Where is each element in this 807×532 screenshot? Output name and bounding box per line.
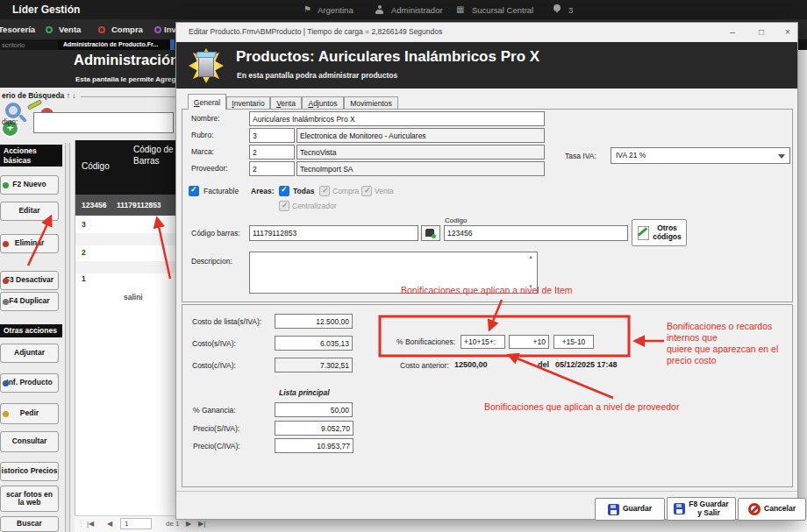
tab-adjuntos[interactable]: Adjuntos: [302, 96, 344, 110]
green-dot-icon: [46, 26, 53, 33]
grid-selected-row[interactable]: 123456 11179112853: [75, 195, 175, 216]
app-brand: Líder Gestión: [12, 4, 80, 16]
menu-venta[interactable]: Venta: [59, 25, 81, 34]
pedir-button[interactable]: Pedir: [0, 403, 59, 424]
costo-civa-input[interactable]: [275, 358, 353, 372]
pager-next-icon[interactable]: ▶: [186, 520, 191, 528]
maximize-icon[interactable]: □: [753, 25, 769, 39]
f3-desactivar-button[interactable]: F3 Desactivar: [0, 271, 59, 290]
pager-prev-icon[interactable]: ◀: [107, 520, 112, 528]
user-icon: [375, 5, 383, 14]
dialog-title: Editar Producto.FrmABMProducto | Tiempo …: [189, 27, 442, 36]
codigo-input[interactable]: [444, 225, 628, 241]
rubro-code-input[interactable]: [249, 128, 295, 143]
area-venta-checkbox: [361, 186, 372, 196]
bonif-3-input[interactable]: [553, 335, 594, 349]
building-icon: ▦: [456, 4, 464, 14]
group-line: [81, 96, 175, 97]
scroll-up-icon[interactable]: ▲: [528, 254, 533, 259]
product-grid[interactable]: Código Código de Barras 123456 111791128…: [75, 140, 175, 532]
tab-escritorio[interactable]: scritorio: [2, 41, 25, 49]
costo-siva-input[interactable]: [275, 336, 353, 351]
minimize-icon[interactable]: –: [725, 25, 740, 39]
tab-general[interactable]: General: [188, 94, 226, 110]
codigo-barras-label: Código barras:: [191, 229, 240, 238]
codigo-search-label: digo:: [2, 117, 18, 126]
search-group-label: erio de Búsqueda ↑ ↓: [2, 91, 76, 100]
tab-inventario[interactable]: Inventario: [226, 96, 270, 110]
grip-icon[interactable]: ⋮: [77, 520, 84, 528]
menu-inventario[interactable]: Inv: [164, 25, 176, 34]
topbar-branch[interactable]: Sucursal Central: [472, 5, 533, 15]
area-todas-checkbox[interactable]: [279, 186, 289, 196]
costo-siva-label: Costo(s/IVA):: [192, 339, 236, 348]
facturable-checkbox[interactable]: [189, 186, 199, 196]
topbar-user[interactable]: Administrador: [391, 5, 443, 15]
descripcion-textarea[interactable]: [249, 252, 538, 294]
menu-compra[interactable]: Compra: [111, 25, 143, 34]
centralizador-checkbox: [279, 201, 289, 211]
pager-first-icon[interactable]: |◀: [87, 520, 94, 528]
precio-siva-label: Precio(S/IVA):: [193, 424, 239, 433]
info-icon: [3, 380, 9, 387]
col-codigo[interactable]: Código: [82, 161, 110, 171]
costo-anterior-value: 12500,00: [454, 360, 488, 369]
tab-administracion-producto[interactable]: Administración de Producto.Fr...: [58, 39, 170, 50]
col-codigo-barras[interactable]: Código de Barras: [133, 144, 174, 167]
duplicate-icon: [3, 299, 9, 305]
grid-row[interactable]: 2: [82, 248, 86, 257]
menu-tesoreria[interactable]: Tesorería: [0, 25, 35, 34]
topbar-country[interactable]: Argentina: [318, 5, 354, 15]
consultar-button[interactable]: Consultar: [0, 431, 59, 452]
guardar-salir-button[interactable]: F8 Guardar y Salir: [667, 497, 736, 521]
close-icon[interactable]: ×: [780, 25, 796, 39]
dialog-titlebar[interactable]: Editar Producto.FrmABMProducto | Tiempo …: [176, 23, 797, 42]
marca-label: Marca:: [191, 147, 214, 156]
buscar-button[interactable]: Buscar: [0, 516, 59, 532]
guardar-button[interactable]: Guardar: [595, 498, 665, 521]
bonif-2-input[interactable]: [509, 335, 549, 349]
adjuntar-button[interactable]: Adjuntar: [0, 344, 59, 363]
dialog-header-title: Productos: Auriculares Inalámbricos Pro …: [236, 48, 539, 66]
f2-nuevo-button[interactable]: F2 Nuevo: [0, 175, 59, 195]
precio-civa-input[interactable]: [275, 438, 354, 453]
tab-movimientos[interactable]: Movimientos: [344, 96, 398, 110]
barcode-scanner-button[interactable]: [421, 225, 440, 241]
bonif-1-input[interactable]: [461, 335, 505, 349]
ganancia-input[interactable]: [275, 402, 353, 417]
codigo-barras-input[interactable]: [249, 225, 418, 241]
bg-window-subtitle: Esta pantalla le permite Agreg: [75, 75, 175, 83]
tasa-iva-select[interactable]: IVA 21 %: [611, 147, 790, 164]
deactivate-icon: [3, 278, 9, 284]
otros-codigos-button[interactable]: Otros códigos: [632, 219, 687, 246]
eliminar-button[interactable]: Eliminar: [0, 234, 59, 253]
tab-venta[interactable]: Venta: [270, 96, 302, 110]
codigo-search-input[interactable]: [33, 112, 174, 133]
panel-separator[interactable]: [65, 143, 70, 532]
nombre-input[interactable]: [249, 111, 545, 126]
cell-codigo-barras: 11179112853: [117, 201, 161, 209]
proveedor-desc-input[interactable]: [296, 161, 545, 176]
ganancia-label: % Ganancia:: [193, 406, 236, 415]
delete-icon: [3, 241, 9, 247]
grid-row[interactable]: 3: [82, 220, 86, 229]
rubro-desc-input[interactable]: [296, 128, 545, 143]
pager-page-input[interactable]: 1: [120, 518, 152, 529]
pager-last-icon[interactable]: ▶|: [198, 520, 205, 528]
cancelar-button[interactable]: Cancelar: [738, 498, 806, 521]
costo-anterior-fecha: 05/12/2025 17:48: [555, 360, 618, 369]
historico-precios-button[interactable]: istorico Precios: [0, 462, 59, 481]
editar-button[interactable]: Editar: [0, 202, 59, 221]
f4-duplicar-button[interactable]: F4 Duplicar: [0, 292, 59, 311]
inf-producto-button[interactable]: Inf. Producto: [0, 373, 59, 393]
marca-desc-input[interactable]: [296, 145, 545, 160]
scroll-down-icon[interactable]: ▼: [528, 284, 533, 289]
grid-row[interactable]: 1: [82, 274, 86, 283]
buscar-fotos-web-button[interactable]: scar fotos en la web: [0, 486, 59, 512]
costo-lista-input[interactable]: [275, 314, 353, 329]
proveedor-code-input[interactable]: [249, 161, 295, 176]
marca-code-input[interactable]: [249, 145, 295, 160]
topbar-pin-count[interactable]: 3: [568, 5, 573, 15]
precio-siva-input[interactable]: [275, 421, 354, 436]
costo-lista-label: Costo de lista(s/IVA):: [192, 317, 261, 326]
